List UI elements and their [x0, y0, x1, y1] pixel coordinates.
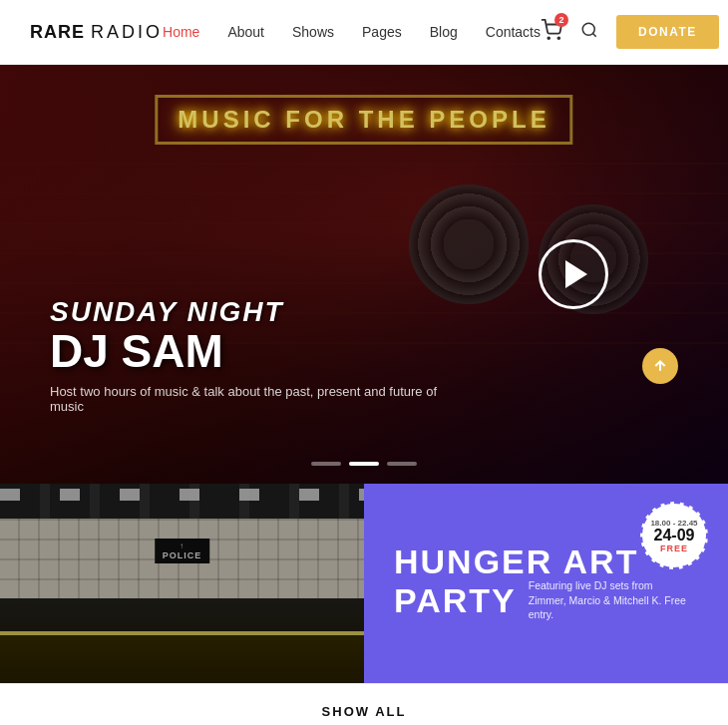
nav-right: 2 DONATE	[541, 15, 719, 49]
nav-item-pages[interactable]: Pages	[362, 23, 402, 41]
badge-date: 24-09	[654, 528, 695, 544]
svg-point-2	[582, 23, 594, 35]
nav-item-blog[interactable]: Blog	[430, 23, 458, 41]
search-svg	[580, 21, 598, 39]
event-description: Featuring live DJ sets from Zimmer, Marc…	[529, 578, 688, 622]
nav-links: Home About Shows Pages Blog Contacts	[163, 23, 541, 41]
play-button[interactable]	[539, 239, 608, 309]
hero-description: Host two hours of music & talk about the…	[50, 384, 449, 414]
event-title-party: PARTY	[394, 581, 517, 620]
navbar: RARE RADIO Home About Shows Pages Blog C…	[0, 0, 728, 65]
badge-free: FREE	[660, 544, 688, 553]
show-all-bar: SHOW ALL	[0, 683, 728, 725]
nav-item-contacts[interactable]: Contacts	[486, 23, 541, 41]
neon-sign: MUSIC FOR THE PEOPLE	[155, 95, 572, 145]
arrow-up-icon	[652, 358, 668, 374]
show-all-button[interactable]: SHOW ALL	[322, 704, 407, 719]
svg-point-0	[547, 37, 549, 39]
nav-link-about[interactable]: About	[227, 24, 264, 40]
logo-radio: RADIO	[91, 22, 163, 43]
nav-item-home[interactable]: Home	[163, 23, 199, 41]
nav-link-blog[interactable]: Blog	[430, 24, 458, 40]
nav-item-shows[interactable]: Shows	[292, 23, 334, 41]
play-arrow-icon	[565, 260, 587, 288]
nav-link-pages[interactable]: Pages	[362, 24, 402, 40]
cart-badge: 2	[554, 13, 568, 27]
hero-title: DJ SAM	[50, 328, 449, 374]
search-icon[interactable]	[580, 21, 598, 43]
slider-dot-3[interactable]	[387, 462, 417, 466]
logo-rare: RARE	[30, 22, 85, 43]
nav-link-home[interactable]: Home	[163, 24, 199, 40]
hero-subtitle: Sunday Night	[50, 296, 449, 328]
subway-dark-overlay	[0, 484, 364, 683]
scroll-up-button[interactable]	[642, 348, 678, 384]
logo: RARE RADIO	[30, 22, 163, 43]
vinyl-record-1	[409, 184, 529, 304]
hero-content: Sunday Night DJ SAM Host two hours of mu…	[50, 296, 449, 414]
nav-link-contacts[interactable]: Contacts	[486, 24, 541, 40]
cart-icon-wrap[interactable]: 2	[541, 19, 562, 45]
nav-item-about[interactable]: About	[227, 23, 264, 41]
slider-dot-1[interactable]	[311, 462, 341, 466]
event-badge: 18.00 - 22.45 24-09 FREE	[640, 502, 708, 569]
svg-point-1	[557, 37, 559, 39]
slider-dots	[311, 462, 417, 466]
nav-link-shows[interactable]: Shows	[292, 24, 334, 40]
subway-panel: ↑ POLICE	[0, 484, 364, 683]
event-title-row: PARTY Featuring live DJ sets from Zimmer…	[394, 578, 698, 622]
event-panel: HUNGER ART PARTY Featuring live DJ sets …	[364, 484, 728, 683]
bottom-panels: ↑ POLICE HUNGER ART PARTY Featuring live…	[0, 484, 728, 683]
slider-dot-2[interactable]	[349, 462, 379, 466]
hero-section: MUSIC FOR THE PEOPLE Sunday Night DJ SAM…	[0, 65, 728, 484]
donate-button[interactable]: DONATE	[616, 15, 719, 49]
